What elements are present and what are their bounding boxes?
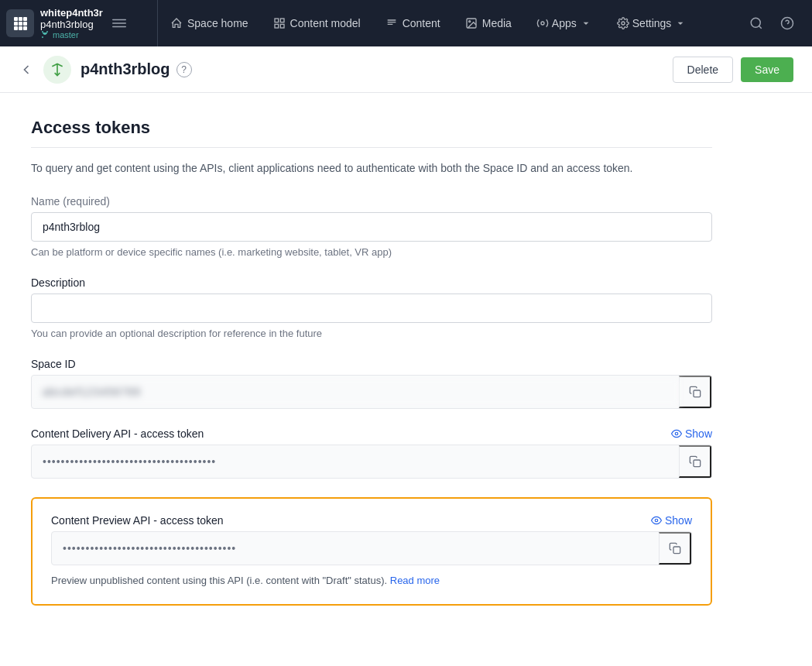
preview-api-show-button[interactable]: Show: [651, 514, 692, 527]
svg-rect-3: [14, 22, 18, 26]
svg-rect-5: [23, 22, 27, 26]
svg-point-18: [541, 22, 544, 25]
branch-label: master: [40, 30, 103, 39]
delivery-api-label-row: Content Delivery API - access token Show: [31, 427, 712, 440]
help-icon[interactable]: ?: [176, 62, 192, 77]
secondary-header: p4nth3rblog ? Delete Save: [0, 46, 812, 93]
name-field-group: Name (required) Can be platform or devic…: [31, 195, 712, 258]
svg-rect-11: [112, 26, 126, 28]
svg-rect-9: [112, 19, 126, 21]
nav-right: [744, 11, 806, 36]
svg-rect-6: [14, 26, 18, 30]
page-title-area: p4nth3rblog ?: [81, 60, 663, 78]
preview-api-label-row: Content Preview API - access token Show: [51, 514, 692, 527]
svg-rect-12: [275, 19, 279, 22]
svg-rect-22: [694, 390, 701, 397]
delivery-api-label: Content Delivery API - access token: [31, 427, 204, 440]
page-title: p4nth3rblog: [81, 60, 170, 78]
page-icon: [43, 56, 71, 84]
svg-rect-14: [275, 24, 279, 28]
nav-item-media[interactable]: Media: [453, 0, 524, 46]
preview-api-label: Content Preview API - access token: [51, 514, 224, 527]
nav-item-settings[interactable]: Settings: [605, 0, 700, 46]
settings-dropdown-icon: [674, 17, 687, 29]
svg-rect-24: [694, 460, 701, 467]
preview-hint: Preview unpublished content using this A…: [51, 573, 692, 589]
user-name: whitep4nth3r: [40, 7, 103, 19]
nav-item-apps[interactable]: Apps: [524, 0, 605, 46]
description-field-group: Description You can provide an optional …: [31, 276, 712, 339]
help-button[interactable]: [775, 11, 800, 36]
preview-api-input-wrap: ••••••••••••••••••••••••••••••••••••••: [51, 531, 692, 565]
space-id-value: abcdef123456789: [32, 378, 679, 406]
svg-rect-0: [14, 17, 18, 21]
svg-point-19: [622, 22, 625, 25]
svg-rect-8: [23, 26, 27, 30]
hamburger-button[interactable]: [109, 13, 129, 33]
preview-api-value: ••••••••••••••••••••••••••••••••••••••: [52, 534, 659, 562]
nav-items: Space home Content model Content Media A…: [158, 0, 744, 46]
top-navigation: whitep4nth3r p4nth3rblog master Space ho…: [0, 0, 812, 46]
svg-point-25: [655, 519, 658, 522]
user-info: whitep4nth3r p4nth3rblog master: [40, 7, 103, 39]
nav-item-space-home[interactable]: Space home: [158, 0, 261, 46]
svg-point-23: [675, 432, 678, 435]
read-more-link[interactable]: Read more: [390, 575, 440, 586]
name-input[interactable]: [31, 212, 712, 242]
nav-item-content-model[interactable]: Content model: [261, 0, 373, 46]
nav-item-content[interactable]: Content: [373, 0, 453, 46]
space-id-label: Space ID: [31, 358, 712, 370]
delivery-api-field-group: Content Delivery API - access token Show…: [31, 427, 712, 479]
description-hint: You can provide an optional description …: [31, 328, 712, 339]
space-id-copy-button[interactable]: [679, 376, 711, 408]
svg-rect-15: [280, 24, 284, 28]
main-content: Access tokens To query and get content u…: [0, 93, 743, 630]
svg-point-20: [751, 18, 760, 27]
space-id-input-wrap: abcdef123456789: [31, 375, 712, 409]
apps-dropdown-icon: [580, 17, 592, 29]
back-button[interactable]: [19, 62, 34, 77]
description-label: Description: [31, 276, 712, 289]
svg-rect-4: [19, 22, 22, 26]
header-actions: Delete Save: [673, 57, 793, 83]
delivery-api-show-button[interactable]: Show: [671, 427, 712, 440]
svg-point-17: [468, 21, 470, 22]
topnav-left: whitep4nth3r p4nth3rblog master: [6, 0, 158, 46]
save-button[interactable]: Save: [741, 57, 793, 82]
svg-rect-2: [23, 17, 27, 21]
space-id-field-group: Space ID abcdef123456789: [31, 358, 712, 409]
svg-rect-10: [112, 22, 126, 24]
preview-api-copy-button[interactable]: [659, 532, 691, 565]
delivery-api-input-wrap: ••••••••••••••••••••••••••••••••••••••: [31, 445, 712, 479]
name-label: Name (required): [31, 195, 712, 208]
app-grid-button[interactable]: [6, 9, 34, 37]
svg-rect-26: [673, 547, 680, 554]
space-name: p4nth3rblog: [40, 19, 103, 30]
preview-api-box: Content Preview API - access token Show …: [31, 497, 712, 606]
section-title: Access tokens: [31, 118, 712, 148]
delivery-api-value: ••••••••••••••••••••••••••••••••••••••: [32, 448, 679, 475]
svg-rect-1: [19, 17, 22, 21]
section-description: To query and get content using the APIs,…: [31, 160, 712, 177]
delete-button[interactable]: Delete: [673, 57, 733, 83]
name-hint: Can be platform or device specific names…: [31, 246, 712, 258]
delivery-api-copy-button[interactable]: [679, 445, 711, 478]
svg-rect-13: [280, 19, 284, 22]
svg-rect-7: [19, 26, 22, 30]
description-input[interactable]: [31, 294, 712, 323]
search-button[interactable]: [744, 11, 769, 36]
